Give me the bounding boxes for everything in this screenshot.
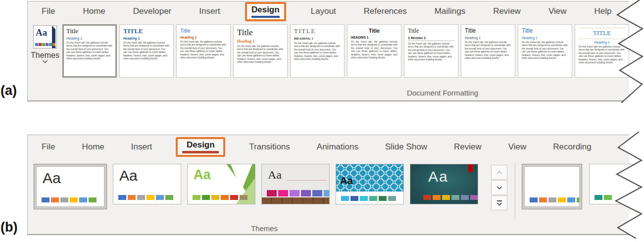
tab-review[interactable]: Review — [454, 142, 482, 152]
tab-recording[interactable]: Recording — [553, 142, 592, 152]
color-swatch — [360, 196, 368, 201]
tab-design-active[interactable]: Design — [245, 2, 286, 21]
tab-animations[interactable]: Animations — [317, 142, 358, 152]
theme-thumbnail[interactable]: Aa — [187, 164, 255, 204]
theme-thumbnail[interactable]: Aa — [410, 164, 478, 204]
tab-label: Review — [454, 142, 482, 151]
tab-help[interactable]: Help — [594, 6, 611, 16]
styleset-body: On the Insert tab, the galleries include… — [123, 41, 170, 60]
tab-file[interactable]: File — [42, 142, 55, 152]
wood-floor-decoration — [262, 197, 329, 204]
tab-insert[interactable]: Insert — [199, 6, 220, 16]
tab-label: File — [42, 6, 55, 16]
gallery-scroll-down-button[interactable] — [491, 180, 507, 195]
styleset-title: Title — [237, 28, 284, 38]
themes-dropdown-button[interactable]: Aa Themes — [31, 23, 59, 63]
tab-label: Slide Show — [385, 142, 427, 151]
color-swatch — [278, 190, 288, 196]
tab-file[interactable]: File — [42, 6, 55, 16]
tab-developer[interactable]: Developer — [133, 6, 172, 16]
style-set-thumbnail[interactable]: Title Heading 1 On the Insert tab, the g… — [518, 24, 572, 78]
tab-view[interactable]: View — [508, 142, 527, 152]
styleset-title: Title — [522, 28, 568, 35]
tab-insert[interactable]: Insert — [131, 142, 152, 152]
gallery-more-button[interactable] — [491, 195, 507, 210]
gallery-more-icon — [497, 200, 502, 201]
variant-thumbnail[interactable] — [589, 164, 639, 204]
color-swatch — [369, 196, 377, 201]
styleset-title: TITLE — [294, 28, 341, 35]
styleset-body: On the Insert tab, the galleries include… — [294, 42, 341, 61]
tab-label: Developer — [133, 6, 172, 16]
style-set-thumbnail[interactable]: Title Heading 1 On the Insert tab, the g… — [176, 24, 231, 78]
word-ribbon-body: Aa Themes Title Heading 1 On the Insert … — [31, 23, 629, 82]
styleset-title: Title — [66, 28, 113, 35]
color-swatch — [211, 195, 219, 200]
color-swatch — [451, 195, 459, 200]
tab-design-active[interactable]: Design — [176, 137, 225, 157]
color-swatch — [89, 197, 97, 202]
gallery-scroll-up-button[interactable] — [491, 165, 507, 180]
tab-label: References — [364, 6, 407, 16]
tab-home[interactable]: Home — [83, 6, 105, 16]
tab-transitions[interactable]: Transitions — [249, 142, 290, 152]
color-swatch — [128, 195, 136, 200]
tab-references[interactable]: References — [364, 6, 407, 16]
color-swatch — [312, 190, 322, 196]
theme-thumbnail[interactable]: Aa — [336, 164, 404, 204]
tab-home[interactable]: Home — [82, 142, 104, 152]
style-set-thumbnail[interactable]: Title Heading 1 On the Insert tab, the g… — [233, 24, 288, 78]
tab-review[interactable]: Review — [493, 6, 521, 16]
styleset-body: On the Insert tab, the galleries include… — [579, 45, 625, 64]
color-swatch — [433, 195, 441, 200]
style-set-gallery: Title Heading 1 On the Insert tab, the g… — [62, 23, 629, 78]
styleset-body: On the Insert tab, the galleries include… — [522, 41, 568, 60]
theme-thumbnail[interactable]: Aa — [261, 164, 330, 204]
tab-label: File — [42, 142, 55, 151]
tab-label: Insert — [199, 6, 220, 16]
color-swatch — [539, 197, 547, 202]
group-label-themes: Themes — [251, 224, 278, 233]
color-swatch — [530, 197, 538, 202]
color-swatch — [60, 197, 68, 202]
tab-label: Transitions — [249, 142, 290, 151]
theme-color-strip — [594, 195, 612, 200]
style-set-thumbnail[interactable]: TITLE Heading 1 On the Insert tab, the g… — [119, 24, 174, 78]
tab-label: Home — [82, 142, 104, 151]
theme-sample-text: Aa — [119, 167, 138, 184]
theme-thumbnail-selected[interactable]: Aa — [36, 166, 104, 207]
variant-thumbnail-selected[interactable] — [524, 166, 580, 207]
theme-color-strip — [530, 197, 580, 202]
theme-color-strip — [35, 43, 55, 46]
powerpoint-ribbon: File Home Insert Design Transitions Anim… — [27, 135, 629, 235]
style-set-thumbnail-selected[interactable]: Title Heading 1 On the Insert tab, the g… — [62, 24, 117, 78]
style-set-thumbnail[interactable]: TITLE HEADING 1 On the Insert tab, the g… — [290, 24, 345, 78]
theme-color-strip — [267, 190, 330, 196]
color-swatch — [70, 197, 78, 202]
theme-sample-text: Aa — [194, 167, 211, 183]
color-swatch — [423, 195, 431, 200]
style-set-thumbnail[interactable]: TITLE Heading 1 On the Insert tab, the g… — [575, 24, 629, 78]
style-set-thumbnail[interactable]: Title HEADING 1 On the Insert tab, the g… — [347, 24, 401, 78]
color-swatch — [137, 195, 145, 200]
color-swatch — [324, 190, 330, 196]
color-swatch — [577, 197, 580, 202]
theme-color-strip — [423, 195, 478, 200]
styleset-body: On the Insert tab, the galleries include… — [66, 41, 113, 60]
gallery-scrollbar — [491, 165, 507, 210]
tab-view[interactable]: View — [548, 6, 567, 16]
color-swatch — [147, 195, 154, 200]
style-set-thumbnail[interactable]: Title 1 Heading 1 On the Insert tab, the… — [404, 24, 458, 78]
color-swatch — [165, 195, 173, 200]
color-swatch — [49, 43, 52, 46]
styleset-title: TITLE — [579, 28, 625, 39]
tab-mailings[interactable]: Mailings — [435, 6, 465, 16]
tab-slide-show[interactable]: Slide Show — [385, 142, 427, 152]
tab-layout[interactable]: Layout — [311, 6, 336, 16]
tab-label: Design — [251, 5, 280, 15]
styleset-title: Title — [465, 28, 511, 35]
style-set-thumbnail[interactable]: Title Heading 1 On the Insert tab, the g… — [461, 24, 515, 78]
theme-thumbnail[interactable]: Aa — [113, 164, 181, 204]
variants-gallery — [522, 164, 639, 209]
color-swatch — [350, 196, 358, 201]
